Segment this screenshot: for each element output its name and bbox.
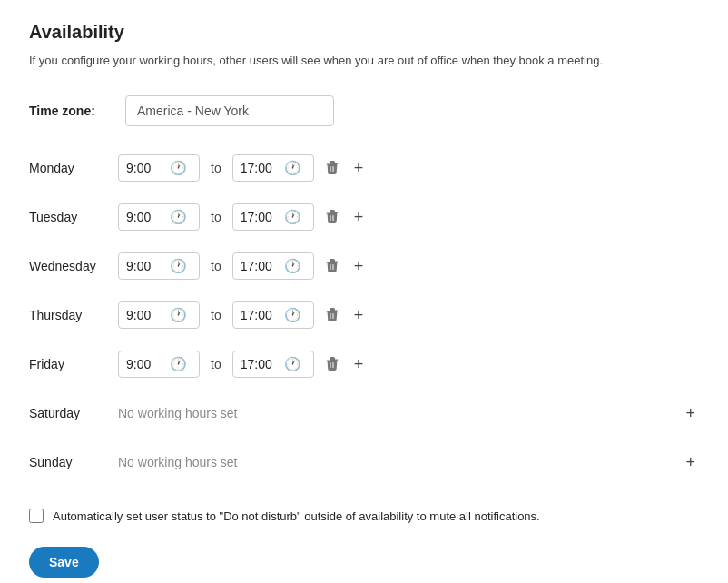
clock-icon-start-wednesday[interactable]: 🕐 — [170, 258, 187, 274]
day-row-thursday: Thursday🕐to🕐 + — [29, 295, 699, 335]
day-row-saturday: SaturdayNo working hours set+ — [29, 393, 699, 433]
no-hours-saturday: No working hours set — [118, 406, 674, 420]
day-row-tuesday: Tuesday🕐to🕐 + — [29, 197, 699, 237]
to-label-thursday: to — [211, 308, 221, 322]
day-label-tuesday: Tuesday — [29, 210, 111, 224]
start-time-thursday: 🕐 — [118, 301, 200, 329]
day-label-wednesday: Wednesday — [29, 259, 111, 273]
day-row-monday: Monday🕐to🕐 + — [29, 148, 699, 188]
trash-icon — [325, 161, 339, 175]
add-hours-button-saturday[interactable]: + — [682, 401, 699, 425]
clock-icon-end-wednesday[interactable]: 🕐 — [284, 258, 301, 274]
day-label-saturday: Saturday — [29, 406, 111, 420]
delete-hours-button-tuesday[interactable] — [321, 206, 343, 228]
day-row-sunday: SundayNo working hours set+ — [29, 442, 699, 482]
end-time-tuesday: 🕐 — [232, 203, 314, 231]
days-container: Monday🕐to🕐 +Tuesday🕐to🕐 +Wednesday🕐to🕐 +… — [29, 148, 699, 482]
clock-icon-end-thursday[interactable]: 🕐 — [284, 307, 301, 323]
delete-hours-button-thursday[interactable] — [321, 304, 343, 326]
delete-hours-button-friday[interactable] — [321, 353, 343, 375]
timezone-row: Time zone: — [29, 95, 699, 126]
start-time-input-thursday[interactable] — [126, 308, 164, 322]
page-title: Availability — [29, 22, 699, 43]
start-time-friday: 🕐 — [118, 351, 200, 378]
start-time-tuesday: 🕐 — [118, 203, 200, 231]
start-time-input-friday[interactable] — [126, 357, 164, 371]
add-hours-button-friday[interactable]: + — [350, 352, 368, 376]
clock-icon-end-monday[interactable]: 🕐 — [284, 160, 301, 176]
start-time-input-wednesday[interactable] — [126, 259, 164, 273]
clock-icon-end-tuesday[interactable]: 🕐 — [284, 209, 301, 225]
add-hours-button-monday[interactable]: + — [350, 156, 368, 180]
start-time-monday: 🕐 — [118, 154, 200, 182]
day-label-thursday: Thursday — [29, 308, 111, 322]
clock-icon-start-monday[interactable]: 🕐 — [170, 160, 187, 176]
timezone-input[interactable] — [125, 95, 334, 126]
to-label-friday: to — [211, 357, 221, 371]
dnd-checkbox-row: Automatically set user status to "Do not… — [29, 508, 699, 526]
end-time-input-monday[interactable] — [241, 161, 279, 175]
dnd-checkbox-label[interactable]: Automatically set user status to "Do not… — [53, 508, 540, 526]
clock-icon-start-tuesday[interactable]: 🕐 — [170, 209, 187, 225]
add-hours-button-tuesday[interactable]: + — [350, 205, 368, 229]
clock-icon-start-friday[interactable]: 🕐 — [170, 356, 187, 372]
add-hours-button-thursday[interactable]: + — [350, 303, 368, 327]
day-label-monday: Monday — [29, 161, 111, 175]
day-label-friday: Friday — [29, 357, 111, 371]
no-hours-sunday: No working hours set — [118, 455, 674, 469]
timezone-label: Time zone: — [29, 104, 111, 118]
trash-icon — [325, 357, 339, 371]
page-subtitle: If you configure your working hours, oth… — [29, 52, 699, 70]
start-time-wednesday: 🕐 — [118, 252, 200, 280]
to-label-monday: to — [211, 161, 221, 175]
to-label-wednesday: to — [211, 259, 221, 273]
day-row-friday: Friday🕐to🕐 + — [29, 344, 699, 384]
end-time-wednesday: 🕐 — [232, 252, 314, 280]
dnd-checkbox[interactable] — [29, 509, 44, 523]
delete-hours-button-monday[interactable] — [321, 157, 343, 179]
trash-icon — [325, 308, 339, 322]
day-row-wednesday: Wednesday🕐to🕐 + — [29, 246, 699, 286]
to-label-tuesday: to — [211, 210, 221, 224]
clock-icon-start-thursday[interactable]: 🕐 — [170, 307, 187, 323]
clock-icon-end-friday[interactable]: 🕐 — [284, 356, 301, 372]
day-label-sunday: Sunday — [29, 455, 111, 469]
end-time-monday: 🕐 — [232, 154, 314, 182]
trash-icon — [325, 210, 339, 224]
trash-icon — [325, 259, 339, 273]
delete-hours-button-wednesday[interactable] — [321, 255, 343, 277]
add-hours-button-sunday[interactable]: + — [682, 450, 699, 474]
start-time-input-tuesday[interactable] — [126, 210, 164, 224]
save-button[interactable]: Save — [29, 547, 99, 578]
end-time-input-thursday[interactable] — [241, 308, 279, 322]
start-time-input-monday[interactable] — [126, 161, 164, 175]
end-time-friday: 🕐 — [232, 351, 314, 378]
end-time-input-wednesday[interactable] — [241, 259, 279, 273]
add-hours-button-wednesday[interactable]: + — [350, 254, 368, 278]
end-time-input-tuesday[interactable] — [241, 210, 279, 224]
end-time-thursday: 🕐 — [232, 301, 314, 329]
end-time-input-friday[interactable] — [241, 357, 279, 371]
